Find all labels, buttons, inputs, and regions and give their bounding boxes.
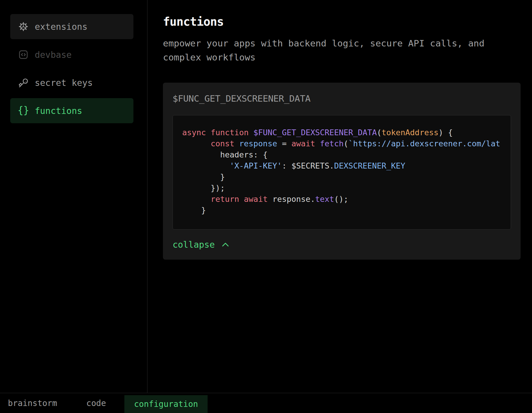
tab-configuration[interactable]: configuration	[124, 395, 208, 413]
sidebar-item-secret-keys[interactable]: secret keys	[10, 70, 133, 95]
sidebar-item-devbase[interactable]: devbase	[10, 42, 133, 67]
braces-icon: {}	[18, 105, 29, 117]
code-line: return await response.text();	[182, 194, 511, 205]
page-subtitle: empower your apps with backend logic, se…	[163, 36, 502, 64]
function-card-title: $FUNC_GET_DEXSCREENER_DATA	[173, 93, 511, 104]
gear-icon	[18, 21, 29, 32]
chevron-up-icon	[221, 242, 230, 248]
code-line: });	[182, 183, 511, 194]
code-line: }	[182, 205, 511, 216]
tab-label: brainstorm	[8, 398, 57, 408]
tab-label: code	[86, 398, 106, 408]
sidebar-list: extensionsdevbasesecret keys{}functions	[10, 14, 147, 123]
key-icon	[18, 77, 29, 88]
sidebar-item-label: extensions	[35, 22, 88, 32]
sidebar-item-extensions[interactable]: extensions	[10, 14, 133, 39]
sidebar-item-label: secret keys	[35, 78, 93, 88]
sidebar-item-label: functions	[35, 106, 82, 116]
code-line: 'X-API-KEY': $SECRETS.DEXSCREENER_KEY	[182, 160, 511, 171]
code-line: const response = await fetch(`https://ap…	[182, 138, 511, 149]
code-line: }	[182, 171, 511, 183]
code-line: headers: {	[182, 149, 511, 160]
collapse-label: collapse	[173, 240, 215, 250]
sidebar-item-label: devbase	[35, 50, 72, 60]
page-title: functions	[163, 15, 532, 29]
sidebar: extensionsdevbasesecret keys{}functions	[0, 0, 147, 393]
tab-label: configuration	[134, 399, 198, 409]
tab-brainstorm[interactable]: brainstorm	[0, 393, 65, 413]
function-card: $FUNC_GET_DEXSCREENER_DATA async functio…	[163, 83, 521, 260]
code-box-icon	[18, 49, 29, 60]
collapse-button[interactable]: collapse	[173, 240, 230, 250]
code-line: async function $FUNC_GET_DEXSCREENER_DAT…	[182, 127, 511, 138]
tab-code[interactable]: code	[78, 393, 114, 413]
sidebar-item-functions[interactable]: {}functions	[10, 98, 133, 123]
bottom-tab-bar: brainstormcodeconfiguration	[0, 393, 532, 413]
code-block: async function $FUNC_GET_DEXSCREENER_DAT…	[173, 115, 511, 230]
main-panel: functions empower your apps with backend…	[148, 0, 532, 393]
